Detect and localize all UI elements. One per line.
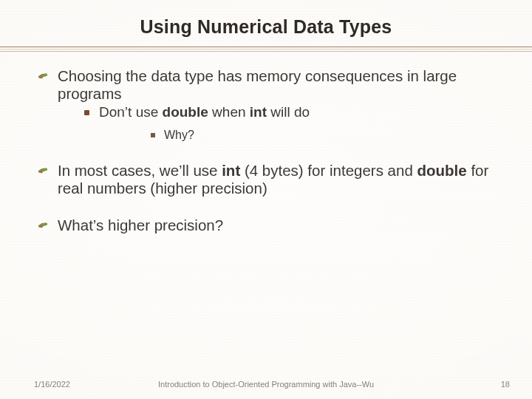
slide: Using Numerical Data Types Choosing the … xyxy=(0,0,532,399)
slide-footer: 1/16/2022 Introduction to Object-Oriente… xyxy=(0,374,532,389)
bullet-level1: What’s higher precision? xyxy=(38,216,494,234)
bullet-text: Don’t use xyxy=(99,104,163,120)
bold-text: double xyxy=(163,104,208,120)
bullet-text: Choosing the data type has memory conseq… xyxy=(58,67,457,102)
bullet-level3: Why? xyxy=(99,129,494,143)
bold-text: double xyxy=(417,162,467,179)
bullet-text: will do xyxy=(267,104,310,120)
bullet-level1: Choosing the data type has memory conseq… xyxy=(38,67,494,143)
slide-title: Using Numerical Data Types xyxy=(38,16,494,42)
footer-caption: Introduction to Object-Oriented Programm… xyxy=(0,380,532,389)
leaf-bullet-icon xyxy=(38,222,49,229)
bold-text: int xyxy=(222,162,240,179)
bullet-level2: Don’t use double when int will do Why? xyxy=(58,104,494,142)
bullet-text: (4 bytes) for integers and xyxy=(240,162,417,179)
bullet-text: when xyxy=(208,104,250,120)
leaf-bullet-icon xyxy=(38,167,49,174)
spacer xyxy=(38,144,494,162)
bold-text: int xyxy=(250,104,267,120)
footer-page-number: 18 xyxy=(501,380,510,389)
leaf-bullet-icon xyxy=(38,72,49,80)
slide-content: Choosing the data type has memory conseq… xyxy=(38,67,494,234)
bullet-text: What’s higher precision? xyxy=(58,216,223,233)
bullet-level1: In most cases, we’ll use int (4 bytes) f… xyxy=(38,162,494,197)
title-divider xyxy=(0,47,532,52)
bullet-text: Why? xyxy=(164,129,194,141)
bullet-text: In most cases, we’ll use xyxy=(58,162,222,179)
